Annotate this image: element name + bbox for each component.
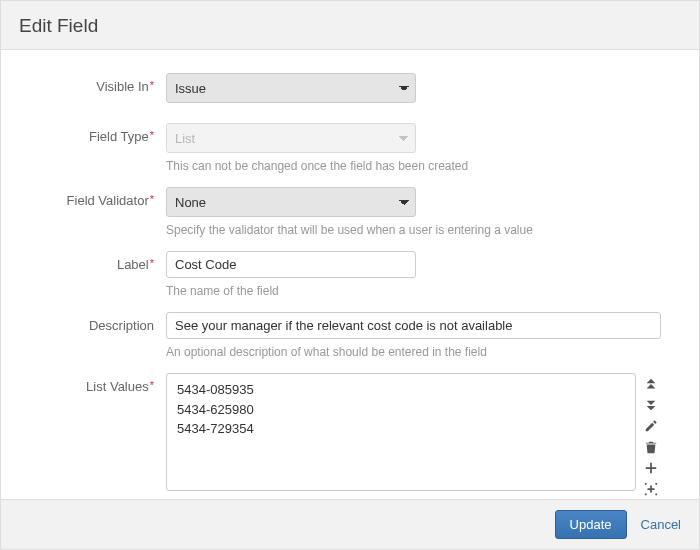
- label-list-values-text: List Values: [86, 379, 149, 394]
- label-label-text: Label: [117, 257, 149, 272]
- update-button[interactable]: Update: [555, 510, 627, 539]
- list-values-toolbar: [642, 373, 660, 498]
- required-asterisk: *: [150, 193, 154, 205]
- row-label: Label*: [1, 251, 681, 278]
- row-list-values: List Values* 5434-085935 5434-625980 543…: [1, 373, 681, 498]
- row-description: Description: [1, 312, 681, 339]
- list-item[interactable]: 5434-625980: [177, 400, 625, 420]
- help-description: An optional description of what should b…: [166, 345, 681, 359]
- field-validator-select[interactable]: None: [166, 187, 416, 217]
- visible-in-select[interactable]: Issue: [166, 73, 416, 103]
- field-type-select: List: [166, 123, 416, 153]
- label-visible-in: Visible In*: [1, 73, 166, 94]
- required-asterisk: *: [150, 379, 154, 391]
- label-field-validator: Field Validator*: [1, 187, 166, 208]
- label-description: Description: [1, 312, 166, 333]
- help-field-validator: Specify the validator that will be used …: [166, 223, 681, 237]
- list-item[interactable]: 5434-085935: [177, 380, 625, 400]
- label-input[interactable]: [166, 251, 416, 278]
- dialog-body: Visible In* Issue Field Type* List This …: [1, 55, 699, 499]
- required-asterisk: *: [150, 257, 154, 269]
- double-chevron-up-icon: [644, 377, 658, 391]
- move-bottom-button[interactable]: [642, 396, 660, 414]
- cancel-button[interactable]: Cancel: [641, 517, 681, 532]
- label-field-type-text: Field Type: [89, 129, 149, 144]
- row-visible-in: Visible In* Issue: [1, 73, 681, 103]
- help-label: The name of the field: [166, 284, 681, 298]
- trash-icon: [644, 440, 658, 454]
- pencil-icon: [644, 419, 658, 433]
- row-field-validator: Field Validator* None: [1, 187, 681, 217]
- plus-grid-icon: [644, 482, 658, 496]
- plus-icon: [644, 461, 658, 475]
- label-label: Label*: [1, 251, 166, 272]
- double-chevron-down-icon: [644, 398, 658, 412]
- row-field-type: Field Type* List: [1, 123, 681, 153]
- help-field-type: This can not be changed once the field h…: [166, 159, 681, 173]
- move-top-button[interactable]: [642, 375, 660, 393]
- dialog-header: Edit Field: [1, 1, 699, 50]
- label-list-values: List Values*: [1, 373, 166, 394]
- edit-button[interactable]: [642, 417, 660, 435]
- dialog-footer: Update Cancel: [1, 499, 699, 549]
- description-input[interactable]: [166, 312, 661, 339]
- label-field-validator-text: Field Validator: [67, 193, 149, 208]
- add-multiple-button[interactable]: [642, 480, 660, 498]
- required-asterisk: *: [150, 79, 154, 91]
- label-description-text: Description: [89, 318, 154, 333]
- dialog-title: Edit Field: [19, 15, 681, 37]
- delete-button[interactable]: [642, 438, 660, 456]
- list-values-listbox[interactable]: 5434-085935 5434-625980 5434-729354: [166, 373, 636, 491]
- required-asterisk: *: [150, 129, 154, 141]
- label-field-type: Field Type*: [1, 123, 166, 144]
- list-item[interactable]: 5434-729354: [177, 419, 625, 439]
- label-visible-in-text: Visible In: [96, 79, 149, 94]
- add-button[interactable]: [642, 459, 660, 477]
